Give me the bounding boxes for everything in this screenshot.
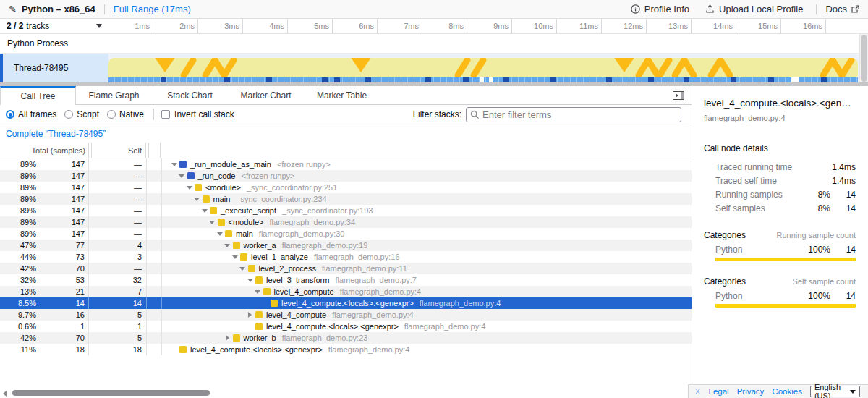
radio-label: Native	[119, 109, 144, 119]
invert-call-stack-checkbox[interactable]: Invert call stack	[161, 109, 234, 119]
timeline-tick-label: 4ms	[269, 22, 284, 30]
radio-script[interactable]: Script	[64, 109, 99, 119]
call-tree-row[interactable]: 44%733level_1_analyzeflamegraph_demo.py:…	[0, 251, 692, 263]
dark-sample-segment	[463, 77, 469, 82]
expand-arrow-icon[interactable]	[222, 335, 233, 341]
idle-gap	[489, 77, 493, 82]
profile-info-button[interactable]: Profile Info	[631, 4, 689, 14]
call-tree-row[interactable]: 9.7%165level_4_computeflamegraph_demo.py…	[0, 309, 692, 321]
column-header-self[interactable]: Self	[92, 143, 146, 158]
footer-link-privacy[interactable]: Privacy	[737, 387, 765, 396]
call-tree-row[interactable]: 42%705worker_bflamegraph_demo.py:23	[0, 332, 692, 344]
thread-track-label[interactable]: Thread-78495	[0, 54, 109, 82]
call-tree-row[interactable]: 89%147—_run_code<frozen runpy>	[0, 170, 692, 182]
process-track-header[interactable]: Python Process	[0, 34, 859, 54]
upload-profile-button[interactable]: Upload Local Profile	[705, 4, 803, 14]
function-name: <module>	[229, 218, 264, 226]
expand-arrow-icon[interactable]	[192, 198, 203, 201]
total-percent: 89%	[0, 183, 36, 192]
scroll-left-arrow-icon[interactable]	[3, 391, 7, 397]
call-tree-row[interactable]: 89%147—main_sync_coordinator.py:234	[0, 193, 692, 205]
full-range-link[interactable]: Full Range (17ms)	[114, 4, 191, 14]
total-samples: 14	[36, 299, 88, 308]
total-cell: 44%73	[0, 251, 89, 263]
category-label: Python	[715, 245, 798, 255]
call-tree-row[interactable]: 0.6%11level_4_compute.<locals>.<genexpr>…	[0, 321, 692, 332]
expand-arrow-icon[interactable]	[169, 163, 179, 166]
radio-icon[interactable]	[64, 110, 73, 119]
total-cell: 8.5%14	[0, 297, 89, 309]
footer-close-button[interactable]: X	[695, 387, 701, 396]
total-cell: 89%147	[0, 158, 89, 170]
spacer-cell	[147, 297, 162, 309]
tracks-vertical-scrollbar[interactable]	[859, 34, 868, 82]
call-tree-row[interactable]: 89%147—<module>_sync_coordinator.py:251	[0, 182, 692, 193]
category-bar	[715, 304, 856, 308]
spacer-cell	[147, 216, 162, 228]
expand-arrow-icon[interactable]	[229, 255, 240, 259]
thread-track-graph[interactable]	[109, 54, 859, 82]
breadcrumb-complete-link[interactable]: Complete “Thread-78495”	[6, 129, 106, 139]
call-tree-row[interactable]: 89%147—<module>flamegraph_demo.py:34	[0, 216, 692, 228]
tree-cell: _run_module_as_main<frozen runpy>	[162, 158, 692, 170]
filter-search-input[interactable]	[482, 109, 677, 120]
language-select[interactable]: English (US)	[810, 386, 860, 397]
footer-link-legal[interactable]: Legal	[709, 387, 729, 396]
call-tree-row[interactable]: 13%217level_4_computeflamegraph_demo.py:…	[0, 286, 692, 297]
expand-arrow-icon[interactable]	[214, 232, 225, 236]
scrollbar-thumb[interactable]	[861, 35, 867, 82]
expand-arrow-icon[interactable]	[199, 209, 210, 213]
radio-all-frames[interactable]: All frames	[6, 109, 56, 119]
call-tree-row[interactable]: 89%147—mainflamegraph_demo.py:30	[0, 228, 692, 240]
radio-native[interactable]: Native	[107, 109, 144, 119]
radio-icon[interactable]	[6, 110, 14, 119]
timeline-tick: 1ms	[109, 19, 153, 33]
filter-search-box[interactable]	[466, 107, 681, 122]
tab-call-tree[interactable]: Call Tree	[0, 86, 76, 105]
tracks-dropdown[interactable]: 2 / 2 tracks	[0, 19, 109, 33]
tab-stack-chart[interactable]: Stack Chart	[152, 86, 228, 104]
call-tree-row[interactable]: 32%5332level_3_transformflamegraph_demo.…	[0, 274, 692, 286]
expand-arrow-icon[interactable]	[252, 290, 263, 294]
breadcrumb: Complete “Thread-78495”	[0, 124, 692, 143]
column-header-total[interactable]: Total (samples)	[0, 143, 89, 158]
tab-marker-table[interactable]: Marker Table	[304, 86, 380, 104]
timeline-tick-label: 1ms	[135, 22, 150, 30]
tree-cell: level_3_transformflamegraph_demo.py:7	[162, 274, 692, 286]
function-name: level_4_compute.<locals>.<genexpr>	[281, 299, 414, 308]
expand-arrow-icon[interactable]	[207, 221, 218, 224]
call-tree-row[interactable]: 89%147—_execute_script_sync_coordinator.…	[0, 205, 692, 216]
call-tree-row[interactable]: 11%1818level_4_compute.<locals>.<genexpr…	[0, 344, 692, 355]
tab-flame-graph[interactable]: Flame Graph	[76, 86, 152, 104]
call-tree-row[interactable]: 8.5%1414level_4_compute.<locals>.<genexp…	[0, 297, 692, 309]
checkbox-icon[interactable]	[161, 110, 170, 119]
expand-arrow-icon[interactable]	[222, 244, 233, 247]
spacer-cell	[147, 321, 162, 332]
total-samples: 70	[36, 334, 88, 342]
expand-arrow-icon[interactable]	[244, 279, 255, 282]
expand-arrow-icon[interactable]	[176, 174, 187, 178]
docs-link[interactable]: Docs	[825, 4, 859, 14]
timeline-tick: 8ms	[422, 19, 467, 33]
source-location: flamegraph_demo.py:30	[259, 229, 345, 238]
footer-link-cookies[interactable]: Cookies	[772, 387, 802, 396]
source-location: flamegraph_demo.py:4	[328, 345, 410, 354]
tree-cell: worker_aflamegraph_demo.py:19	[162, 240, 692, 251]
call-tree-row[interactable]: 42%70—level_2_processflamegraph_demo.py:…	[0, 263, 692, 274]
total-cell: 13%21	[0, 286, 89, 297]
radio-icon[interactable]	[107, 110, 116, 119]
timeline-tick-label: 2ms	[179, 22, 195, 30]
horizontal-scrollbar[interactable]	[0, 388, 692, 398]
expand-arrow-icon[interactable]	[237, 267, 248, 271]
category-percent: 100%	[798, 245, 830, 255]
call-tree-row[interactable]: 47%774worker_aflamegraph_demo.py:19	[0, 240, 692, 251]
total-cell: 11%18	[0, 344, 89, 355]
edit-pencil-icon[interactable]: ✎	[9, 4, 17, 14]
total-samples: 147	[36, 160, 88, 169]
scrollbar-thumb[interactable]	[12, 390, 210, 396]
expand-arrow-icon[interactable]	[244, 312, 255, 318]
sidebar-toggle-icon[interactable]	[673, 91, 684, 100]
tab-marker-chart[interactable]: Marker Chart	[228, 86, 304, 104]
expand-arrow-icon[interactable]	[184, 186, 195, 190]
call-tree-row[interactable]: 89%147—_run_module_as_main<frozen runpy>	[0, 158, 692, 170]
